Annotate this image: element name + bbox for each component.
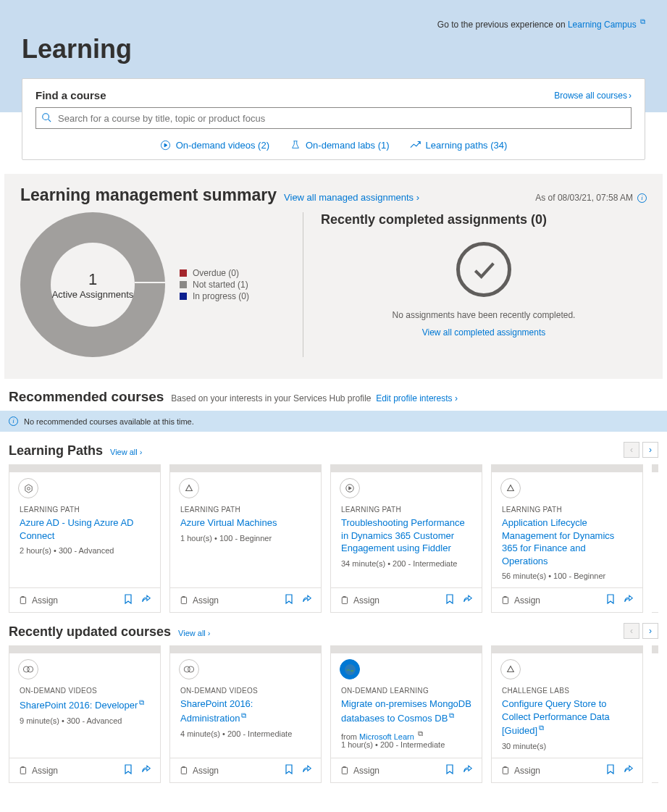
card-title-link[interactable]: Configure Query Store to Collect Perform…	[502, 698, 632, 737]
learning-paths-title: Learning Paths	[9, 443, 103, 459]
bookmark-icon[interactable]	[285, 594, 293, 606]
card-title-link[interactable]: Migrate on-premises MongoDB databases to…	[341, 698, 471, 724]
recently-completed-title: Recently completed assignments (0)	[321, 212, 647, 227]
course-search-input[interactable]	[35, 107, 632, 129]
browse-all-courses-link[interactable]: Browse all courses ›	[554, 91, 632, 101]
card-title-link[interactable]: Application Lifecycle Management for Dyn…	[502, 516, 632, 567]
card-meta: 2 hour(s) • 300 - Advanced	[20, 546, 150, 555]
card-meta: 9 minute(s) • 300 - Advanced	[20, 716, 150, 725]
share-icon[interactable]	[141, 764, 151, 777]
external-icon: ⧉	[640, 17, 645, 25]
share-icon[interactable]	[302, 594, 312, 606]
card-from: from Microsoft Learn ⧉	[341, 729, 471, 741]
recently-updated-viewall-link[interactable]: View all ›	[178, 629, 210, 637]
card-title-link[interactable]: Azure AD - Using Azure AD Connect	[20, 516, 150, 542]
svg-rect-5	[181, 598, 186, 604]
bookmark-icon[interactable]	[124, 764, 133, 777]
on-demand-videos-link[interactable]: On-demand videos (2)	[160, 139, 269, 151]
paths-next-button[interactable]: ›	[642, 442, 658, 458]
share-icon[interactable]	[624, 764, 634, 777]
edit-profile-interests-link[interactable]: Edit profile interests ›	[376, 393, 458, 403]
card-type-icon	[340, 478, 360, 498]
recommended-title: Recommended courses	[9, 389, 164, 405]
card-type-icon	[340, 659, 360, 679]
card-from-link[interactable]: Microsoft Learn	[359, 732, 414, 740]
card-type-label: ON-DEMAND LEARNING	[341, 687, 471, 695]
svg-point-15	[345, 664, 356, 675]
on-demand-labs-link[interactable]: On-demand labs (1)	[290, 139, 390, 151]
donut-count: 1	[88, 270, 97, 289]
bookmark-icon[interactable]	[606, 764, 615, 777]
learning-paths-link[interactable]: Learning paths (34)	[410, 139, 508, 151]
card-title-link[interactable]: SharePoint 2016: Developer⧉	[20, 698, 150, 712]
card-meta: 34 minute(s) • 200 - Intermediate	[341, 559, 471, 568]
card-type-icon	[18, 478, 38, 498]
donut-legend: Overdue (0) Not started (1) In progress …	[180, 267, 249, 303]
share-icon[interactable]	[463, 764, 473, 777]
card-meta: 1 hour(s) • 100 - Beginner	[180, 534, 311, 543]
svg-rect-7	[342, 598, 347, 604]
recent-course-card: ON-DEMAND VIDEOSSharePoint 2016: Develop…	[9, 645, 161, 783]
learning-path-card: LEARNING PATHAzure Virtual Machines1 hou…	[169, 464, 322, 613]
recent-prev-button[interactable]: ‹	[624, 623, 639, 639]
card-title-link[interactable]: Azure Virtual Machines	[180, 516, 311, 530]
bookmark-icon[interactable]	[445, 594, 454, 606]
trend-icon	[410, 139, 421, 151]
play-circle-icon	[160, 139, 172, 151]
learning-paths-viewall-link[interactable]: View all ›	[110, 448, 142, 456]
svg-rect-14	[181, 768, 186, 774]
card-meta: 30 minute(s)	[502, 742, 632, 750]
recent-next-button[interactable]: ›	[642, 623, 658, 639]
card-type-label: LEARNING PATH	[502, 506, 632, 514]
hero-banner: Go to the previous experience on Learnin…	[0, 0, 667, 112]
share-icon[interactable]	[302, 764, 312, 777]
recently-updated-title: Recently updated courses	[9, 624, 171, 640]
recently-updated-section: Recently updated courses View all › ‹ › …	[0, 613, 667, 783]
recent-course-card: ON-DEMAND LEARNINGMigrate on-premises Mo…	[330, 645, 482, 783]
card-type-icon	[500, 659, 521, 679]
assign-button[interactable]: Assign	[179, 595, 219, 606]
learning-campus-link[interactable]: Learning Campus ⧉	[568, 20, 645, 30]
view-all-completed-link[interactable]: View all completed assignments	[321, 327, 647, 338]
recommended-subtitle: Based on your interests in your Services…	[171, 393, 458, 403]
external-icon: ⧉	[241, 711, 246, 719]
quick-links-row: On-demand videos (2) On-demand labs (1) …	[35, 139, 632, 151]
assign-button[interactable]: Assign	[500, 766, 540, 776]
assign-button[interactable]: Assign	[179, 766, 219, 776]
card-title-link[interactable]: SharePoint 2016: Administration⧉	[180, 698, 311, 724]
assign-button[interactable]: Assign	[18, 595, 58, 606]
learning-paths-section: Learning Paths View all › ‹ › LEARNING P…	[0, 432, 667, 613]
recently-completed-empty-text: No assignments have been recently comple…	[321, 310, 647, 320]
recommended-courses-section: Recommended courses Based on your intere…	[0, 379, 667, 405]
share-icon[interactable]	[624, 594, 634, 606]
learning-path-card: LEARNING PATHTroubleshooting Performance…	[330, 464, 482, 613]
assign-button[interactable]: Assign	[18, 766, 58, 776]
info-icon[interactable]: i	[637, 193, 647, 203]
bookmark-icon[interactable]	[606, 594, 615, 606]
assign-button[interactable]: Assign	[340, 766, 379, 776]
assign-button[interactable]: Assign	[340, 595, 379, 606]
card-type-label: ON-DEMAND VIDEOS	[180, 687, 311, 695]
share-icon[interactable]	[141, 594, 151, 606]
recommended-empty-banner: i No recommended courses available at th…	[0, 411, 667, 432]
paths-prev-button[interactable]: ‹	[624, 442, 639, 458]
card-meta: 1 hour(s) • 200 - Intermediate	[341, 740, 471, 749]
bookmark-icon[interactable]	[124, 594, 133, 606]
bookmark-icon[interactable]	[445, 764, 454, 777]
bookmark-icon[interactable]	[285, 764, 293, 777]
legend-overdue: Overdue (0)	[180, 268, 249, 278]
svg-point-13	[188, 666, 194, 672]
recent-course-card-peek	[652, 645, 658, 783]
card-meta: 56 minute(s) • 100 - Beginner	[502, 572, 632, 580]
external-icon: ⧉	[418, 729, 423, 737]
card-title-link[interactable]: Troubleshooting Performance in Dynamics …	[341, 516, 471, 555]
share-icon[interactable]	[463, 594, 473, 606]
card-meta: 4 minute(s) • 200 - Intermediate	[180, 729, 311, 738]
checkmark-circle-icon	[456, 242, 511, 297]
as-of-timestamp: As of 08/03/21, 07:58 AM i	[535, 193, 647, 203]
learning-path-card-peek	[652, 464, 658, 613]
legend-in-progress: In progress (0)	[180, 291, 249, 301]
assign-button[interactable]: Assign	[500, 595, 540, 606]
view-all-managed-assignments-link[interactable]: View all managed assignments ›	[284, 192, 419, 203]
svg-point-10	[28, 666, 33, 672]
